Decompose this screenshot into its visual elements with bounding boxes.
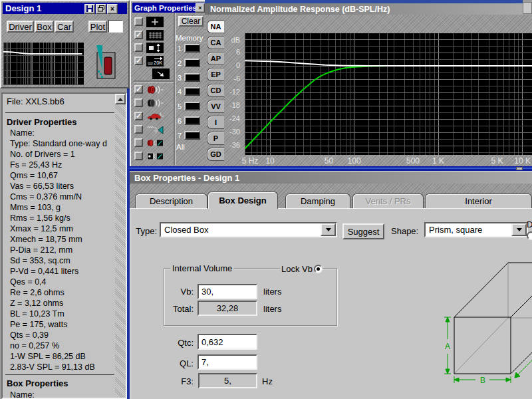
crosshair-icon[interactable] <box>146 17 164 27</box>
passive-radiator-checkbox[interactable] <box>134 98 143 107</box>
scroll-up-button[interactable] <box>115 94 126 104</box>
suggest-button[interactable]: Suggest <box>342 223 384 239</box>
driver-property-line: Sd = 353, sq.cm <box>10 255 115 266</box>
pan-icon[interactable] <box>152 68 170 79</box>
save-button[interactable] <box>84 4 95 14</box>
graph-properties-close-button[interactable]: × <box>196 3 205 13</box>
driver-properties-list: Name:Type: Standard one-way dNo. of Driv… <box>10 128 115 372</box>
driver-property-line: Type: Standard one-way d <box>10 138 115 149</box>
memory-slot-number: 6 <box>175 117 182 125</box>
driver-property-line: Rms = 1,56 kg/s <box>10 213 115 223</box>
passive-radiator-icon[interactable] <box>146 98 164 108</box>
dropdown-arrow-button[interactable] <box>511 223 527 236</box>
tab-damping[interactable]: Damping <box>285 194 350 208</box>
box-properties-titlebar[interactable]: Box Properties - Design 1 <box>130 171 532 184</box>
total-value-field: 32,28 <box>198 301 257 316</box>
clear-button[interactable]: Clear <box>178 16 203 27</box>
graph-window-title: Normalized Amplitude Response (dB-SPL/Hz… <box>210 5 390 14</box>
y-tick-label: 6 <box>220 48 240 56</box>
plot-button[interactable]: Plot <box>88 21 107 33</box>
divider <box>5 112 114 113</box>
check-icon: ✓ <box>136 112 142 120</box>
memory-slot-button[interactable] <box>184 87 200 96</box>
restore-button[interactable] <box>96 4 106 14</box>
shape-dropdown[interactable]: Prism, square <box>424 222 528 237</box>
graph-tab-na[interactable]: NA <box>207 20 224 33</box>
driver-properties-title: Driver Properties <box>7 117 77 127</box>
f3-label: F3: <box>163 376 194 386</box>
box-curve-checkbox[interactable] <box>134 152 143 160</box>
sample-20k-checkbox[interactable]: ✓ <box>134 57 143 65</box>
memory-slot-button[interactable] <box>184 102 200 110</box>
graph-tab-ca[interactable]: CA <box>207 36 224 49</box>
ql-input[interactable] <box>198 354 257 370</box>
x-tick-label: 50 <box>325 156 333 166</box>
tab-box-design[interactable]: Box Design <box>207 192 278 209</box>
app-screen: Design 1 × Driver Box Car Plot <box>0 0 532 399</box>
chevron-down-icon <box>517 228 522 231</box>
memory-slot-button[interactable] <box>184 131 200 140</box>
close-icon: × <box>198 5 201 11</box>
grid-icon[interactable] <box>146 30 164 41</box>
filter-network-icon[interactable] <box>146 124 164 135</box>
qtc-input[interactable] <box>198 334 257 350</box>
memory-slot-button[interactable] <box>184 59 200 67</box>
check-icon: ✓ <box>136 31 142 39</box>
f3-unit: Hz <box>262 376 273 386</box>
vertical-scale-checkbox[interactable] <box>134 43 143 52</box>
vertical-scale-icon[interactable] <box>146 43 164 53</box>
x-tick-label: 10 <box>265 156 274 166</box>
check-icon: ✓ <box>136 85 142 93</box>
box-shape-diagram: A B <box>426 253 532 399</box>
driver-curve-checkbox[interactable] <box>134 138 143 147</box>
tab-vents-prs[interactable]: Vents / PRs <box>352 194 424 208</box>
check-icon: ✓ <box>136 57 142 65</box>
box-button[interactable]: Box <box>35 21 54 33</box>
box-curve-icon[interactable] <box>146 151 164 162</box>
memory-slot-button[interactable] <box>184 44 200 53</box>
graph-titlebar[interactable]: Normalized Amplitude Response (dB-SPL/Hz… <box>205 3 523 15</box>
properties-scrollbar[interactable] <box>115 94 126 398</box>
memory-all-label[interactable]: All <box>176 143 185 151</box>
car-button[interactable]: Car <box>55 21 74 33</box>
car-acoustics-icon[interactable] <box>146 111 164 122</box>
driver-speaker-icon[interactable] <box>146 84 164 95</box>
grid-checkbox[interactable]: ✓ <box>134 31 143 39</box>
sample-20k-icon[interactable]: 20K <box>146 56 164 66</box>
type-dropdown[interactable]: Closed Box <box>160 222 337 237</box>
ql-label: QL: <box>163 358 194 368</box>
memory-slot-button[interactable] <box>184 73 200 82</box>
vb-label: Vb: <box>170 287 194 297</box>
driver-property-line: Cms = 0,376 mm/N <box>10 192 115 202</box>
radio-dot <box>317 267 320 271</box>
driver-speaker-checkbox[interactable]: ✓ <box>134 85 143 94</box>
lock-vb-label: Lock Vb <box>280 264 314 274</box>
y-tick-label: 0 <box>220 61 240 69</box>
driver-icon[interactable] <box>94 42 118 80</box>
car-acoustics-checkbox[interactable]: ✓ <box>134 112 143 120</box>
f3-value-field: 5, <box>198 373 257 388</box>
total-unit: liters <box>263 304 281 314</box>
driver-button[interactable]: Driver <box>7 21 34 33</box>
memory-slot-number: 4 <box>175 88 182 96</box>
tab-interior[interactable]: Interior <box>425 194 532 208</box>
lock-vb-radio[interactable] <box>314 265 323 273</box>
plot-color-swatch[interactable] <box>108 20 123 33</box>
y-tick-label: -18 <box>220 101 240 109</box>
type-label: Type: <box>130 226 157 236</box>
memory-slot-button[interactable] <box>184 116 200 125</box>
crosshair-checkbox[interactable] <box>134 17 143 26</box>
graph-properties-titlebar[interactable]: Graph Properties <box>132 3 205 13</box>
box-response-curve <box>245 66 384 149</box>
dropdown-arrow-button[interactable] <box>321 223 336 236</box>
window-control-sliver[interactable] <box>523 2 532 14</box>
close-button[interactable]: × <box>107 4 118 14</box>
driver-curve-icon[interactable] <box>146 138 164 148</box>
divider <box>134 80 174 82</box>
tab-description[interactable]: Description <box>135 194 207 208</box>
vb-input[interactable] <box>198 284 257 299</box>
clipped-radio[interactable] <box>527 231 532 240</box>
driver-property-line: Xmech = 18,75 mm <box>10 234 115 245</box>
graph-tab-gd[interactable]: GD <box>207 148 224 161</box>
filter-network-checkbox[interactable] <box>134 125 143 134</box>
